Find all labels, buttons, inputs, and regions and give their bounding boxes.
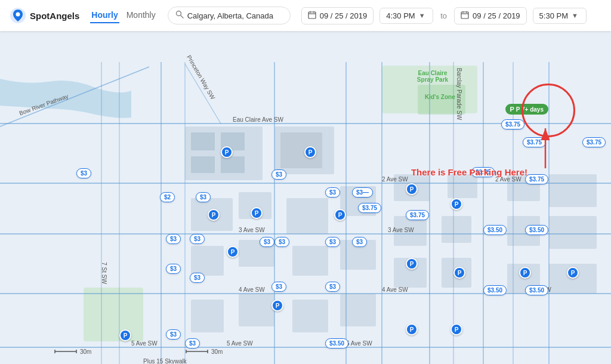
price-tag-25[interactable]: $3 — [325, 282, 340, 292]
price-tag-30[interactable]: $3.50 — [325, 338, 348, 348]
svg-rect-18 — [191, 156, 215, 173]
price-tag-4[interactable]: $3 — [271, 169, 286, 180]
price-tag-12[interactable]: $3.75 — [358, 203, 381, 213]
svg-rect-45 — [340, 294, 376, 326]
chevron-down-icon: ▼ — [419, 12, 425, 19]
chevron-down-icon-2: ▼ — [572, 12, 578, 19]
price-tag-22[interactable]: $3 — [166, 264, 181, 274]
svg-rect-46 — [84, 288, 143, 341]
date-to-value: 09 / 25 / 2019 — [473, 11, 520, 20]
price-tag-23[interactable]: $3 — [190, 273, 205, 283]
svg-rect-24 — [286, 198, 328, 234]
price-tag-3[interactable]: $3 — [196, 192, 211, 202]
app-header: SpotAngels Hourly Monthly 09 / 25 / 2019… — [0, 0, 611, 31]
price-tag-19[interactable]: $3 — [274, 237, 289, 247]
calendar-to-icon — [461, 11, 469, 21]
price-tag-29[interactable]: $3 — [185, 338, 200, 348]
logo-text: SpotAngels — [30, 11, 79, 21]
price-tag-28[interactable]: $3 — [166, 329, 181, 340]
to-label: to — [439, 11, 448, 20]
price-tag-11[interactable]: $3.75 — [525, 174, 548, 184]
free-tag-label: P 7+ days — [516, 106, 544, 113]
logo: SpotAngels — [10, 7, 79, 24]
search-box[interactable] — [168, 7, 291, 24]
price-tag-24[interactable]: $3 — [271, 282, 286, 292]
price-tag-10[interactable]: $3.75 — [471, 167, 495, 177]
price-tag-21[interactable]: $3 — [352, 237, 367, 247]
parking-marker-9[interactable]: P — [406, 258, 418, 270]
parking-marker-12[interactable]: P — [567, 267, 579, 279]
date-from-value: 09 / 25 / 2019 — [320, 11, 368, 20]
price-tag-18[interactable]: $3 — [260, 237, 274, 247]
svg-rect-43 — [239, 294, 274, 326]
map-container[interactable]: Bow River Pathway Princeton Way SW Eau C… — [0, 31, 611, 364]
time-to-value: 5:30 PM — [539, 11, 568, 20]
svg-rect-34 — [394, 216, 427, 246]
price-tag-1[interactable]: $3 — [76, 168, 91, 178]
price-tag-14[interactable]: $3.50 — [483, 225, 507, 235]
parking-marker-5[interactable]: P — [334, 209, 346, 221]
date-from-picker[interactable]: 09 / 25 / 2019 — [301, 7, 374, 24]
svg-rect-36 — [191, 246, 224, 276]
time-from-picker[interactable]: 4:30 PM ▼ — [379, 8, 433, 24]
price-tag-2[interactable]: $2 — [160, 192, 175, 202]
svg-rect-4 — [308, 12, 316, 18]
svg-rect-44 — [292, 300, 328, 332]
svg-rect-38 — [292, 246, 328, 276]
parking-marker-2[interactable]: P — [304, 146, 316, 158]
free-tag-icon: P — [510, 106, 514, 113]
parking-marker-13[interactable]: P — [271, 300, 283, 311]
parking-marker-4[interactable]: P — [251, 207, 263, 219]
time-from-value: 4:30 PM — [386, 11, 415, 20]
parking-marker-7[interactable]: P — [450, 198, 462, 210]
parking-marker-15[interactable]: P — [450, 323, 462, 335]
price-tag-8[interactable]: $3.75 — [523, 137, 546, 147]
svg-rect-27 — [448, 174, 477, 198]
price-tag-16[interactable]: $3 — [166, 234, 181, 244]
free-parking-tag[interactable]: P P 7+ days — [505, 104, 548, 115]
nav-tab-monthly[interactable]: Monthly — [125, 8, 157, 23]
price-tag-5[interactable]: $3 — [325, 187, 340, 198]
svg-line-3 — [180, 16, 183, 18]
parking-marker-16[interactable]: P — [119, 329, 131, 341]
search-icon — [175, 10, 184, 21]
svg-rect-35 — [442, 216, 471, 243]
calendar-from-icon — [308, 11, 316, 21]
map-svg — [0, 31, 611, 364]
scale-label-1: 30m — [80, 348, 91, 355]
nav-tab-hourly[interactable]: Hourly — [90, 8, 119, 23]
price-tag-15[interactable]: $3.50 — [525, 225, 548, 235]
svg-rect-16 — [191, 132, 215, 150]
parking-marker-1[interactable]: P — [221, 146, 233, 158]
price-tag-9[interactable]: $3.75 — [582, 137, 606, 147]
parking-marker-11[interactable]: P — [519, 267, 531, 279]
price-tag-13[interactable]: $3.75 — [406, 210, 429, 220]
svg-rect-14 — [418, 85, 465, 115]
svg-rect-29 — [549, 174, 597, 207]
date-to-picker[interactable]: 09 / 25 / 2019 — [454, 7, 527, 24]
svg-rect-19 — [221, 156, 245, 173]
svg-point-1 — [16, 13, 20, 17]
price-tag-17[interactable]: $3 — [190, 234, 205, 244]
parking-marker-6[interactable]: P — [406, 183, 418, 195]
scale-indicator: 30m — [54, 348, 91, 355]
scale-indicator-2: 30m — [185, 348, 223, 355]
svg-rect-8 — [461, 12, 468, 18]
price-tag-27[interactable]: $3.50 — [525, 285, 548, 295]
logo-icon — [10, 7, 26, 24]
time-to-picker[interactable]: 5:30 PM ▼ — [533, 8, 587, 24]
scale-label-2: 30m — [211, 348, 223, 355]
location-search-input[interactable] — [187, 11, 283, 20]
parking-marker-14[interactable]: P — [406, 323, 418, 335]
parking-marker-10[interactable]: P — [453, 267, 465, 279]
svg-rect-31 — [549, 216, 597, 249]
price-tag-26[interactable]: $3.50 — [483, 285, 507, 295]
svg-rect-42 — [191, 300, 224, 332]
parking-marker-3[interactable]: P — [208, 209, 220, 221]
price-tag-7[interactable]: $3.75 — [501, 119, 524, 129]
parking-marker-8[interactable]: P — [227, 246, 239, 258]
price-tag-6[interactable]: $3— — [352, 187, 373, 198]
price-tag-20[interactable]: $3 — [325, 237, 340, 247]
